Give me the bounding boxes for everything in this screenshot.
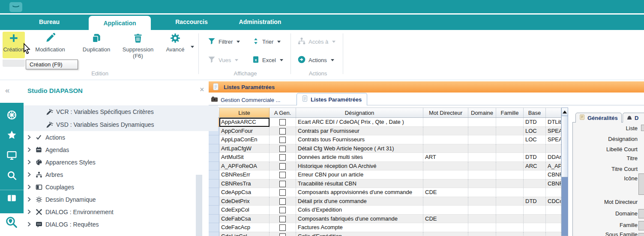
grid-cell-famille[interactable] bbox=[496, 170, 524, 179]
grid-cell-domaine[interactable] bbox=[468, 206, 496, 215]
grid-cell-extra[interactable] bbox=[546, 223, 561, 232]
grid-cell-famille[interactable] bbox=[496, 197, 524, 206]
chevron-right-icon[interactable] bbox=[27, 147, 32, 152]
grid-cell-a-gen[interactable] bbox=[270, 206, 296, 215]
grid-cell-base[interactable] bbox=[524, 215, 546, 224]
a-gen-checkbox[interactable] bbox=[279, 224, 286, 231]
grid-cell-famille[interactable] bbox=[496, 179, 524, 188]
row-header[interactable] bbox=[209, 170, 219, 179]
grid-scrollbar-thumb[interactable] bbox=[562, 116, 568, 177]
tree-item[interactable]: Actions bbox=[24, 131, 199, 143]
column-header[interactable]: Famille bbox=[496, 108, 524, 118]
a-gen-checkbox[interactable] bbox=[279, 216, 286, 222]
grid-cell-famille[interactable] bbox=[496, 153, 524, 162]
grid-cell-mot-directeur[interactable] bbox=[423, 135, 468, 144]
chevron-right-icon[interactable] bbox=[27, 172, 32, 177]
grid-cell-domaine[interactable] bbox=[468, 153, 496, 162]
table-row[interactable]: CdeFacAcpFactures Acompte bbox=[209, 223, 561, 232]
grid-cell-designation[interactable]: Historique réception OA Archivé bbox=[296, 162, 423, 171]
field-input[interactable] bbox=[638, 173, 644, 195]
grid-cell-domaine[interactable] bbox=[468, 179, 496, 188]
grid-cell-mot-directeur[interactable]: CDE bbox=[423, 188, 468, 197]
grid-cell-liste[interactable]: A_APFoReOA bbox=[219, 162, 270, 171]
chevron-right-icon[interactable] bbox=[27, 209, 32, 215]
collapse-panel-icon[interactable]: « bbox=[5, 86, 10, 95]
column-header[interactable]: Base bbox=[524, 108, 546, 118]
grid-cell-domaine[interactable] bbox=[468, 188, 496, 197]
table-row[interactable]: A_APFoReOAHistorique réception OA Archiv… bbox=[209, 162, 561, 171]
a-gen-checkbox[interactable] bbox=[279, 146, 286, 152]
column-header[interactable]: Liste bbox=[219, 108, 270, 118]
tree-item[interactable]: VCR : Variables Spécifiques Critères bbox=[24, 105, 218, 118]
table-row[interactable]: AppConFourContrats par FournisseurLOCSPE… bbox=[209, 127, 561, 136]
grid-cell-base[interactable] bbox=[524, 170, 546, 179]
suppression-button[interactable]: Suppression (F6) bbox=[121, 32, 155, 59]
row-header[interactable] bbox=[209, 162, 219, 171]
chevron-right-icon[interactable] bbox=[27, 184, 32, 190]
chevron-right-icon[interactable] bbox=[27, 134, 32, 140]
grid-cell-domaine[interactable] bbox=[468, 127, 496, 136]
grid-cell-a-gen[interactable] bbox=[270, 179, 296, 188]
grid-cell-famille[interactable] bbox=[496, 223, 524, 232]
grid-cell-domaine[interactable] bbox=[468, 118, 496, 127]
grid-cell-a-gen[interactable] bbox=[270, 135, 296, 144]
column-header[interactable]: A Gen. bbox=[270, 108, 296, 118]
column-header[interactable]: Désignation bbox=[296, 108, 423, 118]
a-gen-checkbox[interactable] bbox=[279, 154, 286, 161]
grid-cell-base[interactable] bbox=[524, 206, 546, 215]
grid-cell-extra[interactable] bbox=[546, 232, 561, 236]
grid-cell-mot-directeur[interactable] bbox=[423, 206, 468, 215]
grid-cell-liste[interactable]: ArtMulSit bbox=[219, 153, 270, 162]
table-row[interactable]: CBNResErrErreur CBN pour un articleCBNR bbox=[209, 170, 561, 179]
grid-cell-extra[interactable]: A_AP bbox=[546, 162, 561, 171]
grid-cell-base[interactable] bbox=[524, 223, 546, 232]
tab-application[interactable]: Application bbox=[89, 16, 151, 30]
grid-cell-designation[interactable]: Ecart ARC EDI / CdeOA( Prix , Qte , Date… bbox=[296, 118, 423, 127]
grid-cell-base[interactable] bbox=[524, 144, 546, 153]
duplication-button[interactable]: Duplication bbox=[78, 32, 115, 53]
tree-item[interactable]: Apparences Styles bbox=[24, 156, 199, 168]
grid-cell-designation[interactable]: Composants approvisionnés d'une commande bbox=[296, 188, 423, 197]
grid-cell-base[interactable]: DTD bbox=[524, 118, 546, 127]
grid-cell-designation[interactable]: Colis d'Expédition bbox=[296, 206, 423, 215]
tree-item[interactable]: DIALOG : Environnement bbox=[24, 206, 199, 218]
grid-cell-a-gen[interactable] bbox=[270, 153, 296, 162]
grid-cell-famille[interactable] bbox=[496, 232, 524, 236]
grid-cell-extra[interactable] bbox=[546, 188, 561, 197]
grid-cell-extra[interactable]: CBNR bbox=[546, 179, 561, 188]
app-logo-icon[interactable] bbox=[9, 2, 22, 12]
grid-cell-base[interactable]: LOC bbox=[524, 135, 546, 144]
grid-cell-domaine[interactable] bbox=[468, 215, 496, 224]
table-row[interactable]: CdeLigColColis d'Expédition bbox=[209, 232, 561, 236]
avance-dropdown-caret[interactable] bbox=[189, 48, 194, 56]
grid-cell-designation[interactable]: Colis d'Expédition bbox=[296, 232, 423, 236]
grid-cell-a-gen[interactable] bbox=[270, 144, 296, 153]
grid-cell-mot-directeur[interactable]: CDE bbox=[423, 215, 468, 224]
monitor-icon[interactable] bbox=[6, 150, 17, 162]
grid-cell-mot-directeur[interactable] bbox=[423, 197, 468, 206]
grid-cell-mot-directeur[interactable] bbox=[423, 170, 468, 179]
grid-cell-designation[interactable]: Factures Acompte bbox=[296, 223, 423, 232]
tree-item[interactable]: Arbres bbox=[24, 168, 199, 181]
table-row[interactable]: ArtLpaCfgWDétail Cfg Web Article Negoce … bbox=[209, 144, 561, 153]
a-gen-checkbox[interactable] bbox=[279, 207, 286, 213]
grid-cell-a-gen[interactable] bbox=[270, 232, 296, 236]
a-gen-checkbox[interactable] bbox=[279, 128, 286, 134]
tree-item[interactable]: DIALOG : Requêtes bbox=[24, 218, 199, 230]
grid-cell-mot-directeur[interactable] bbox=[423, 232, 468, 236]
row-header[interactable] bbox=[209, 206, 219, 215]
grid-cell-domaine[interactable] bbox=[468, 197, 496, 206]
wheel-icon[interactable] bbox=[6, 110, 17, 122]
grid-cell-famille[interactable] bbox=[496, 144, 524, 153]
grid-cell-domaine[interactable] bbox=[468, 232, 496, 236]
grid-cell-liste[interactable]: CBNResTra bbox=[219, 179, 270, 188]
row-header[interactable] bbox=[209, 215, 219, 224]
chevron-right-icon[interactable] bbox=[27, 221, 32, 227]
grid-cell-domaine[interactable] bbox=[468, 135, 496, 144]
grid-cell-mot-directeur[interactable] bbox=[423, 144, 468, 153]
tree-item[interactable]: Agendas bbox=[24, 143, 199, 156]
grid-cell-a-gen[interactable] bbox=[270, 127, 296, 136]
grid-cell-domaine[interactable] bbox=[468, 170, 496, 179]
grid-cell-a-gen[interactable] bbox=[270, 162, 296, 171]
avance-button[interactable]: Avancé bbox=[163, 32, 188, 53]
